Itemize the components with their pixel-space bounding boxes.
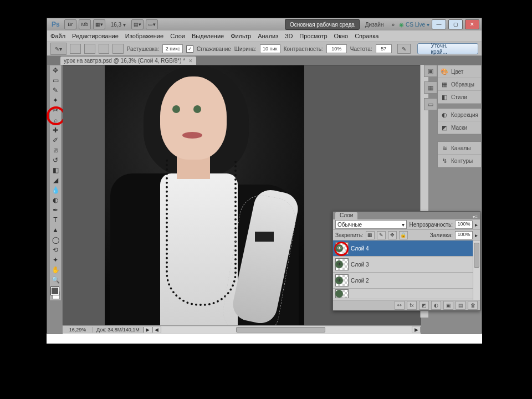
color-swatches[interactable] bbox=[50, 286, 61, 300]
new-layer-button[interactable]: ▤ bbox=[456, 301, 466, 310]
lock-position-button[interactable]: ✥ bbox=[388, 231, 397, 239]
workspace-switcher[interactable]: Основная рабочая среда bbox=[285, 19, 360, 30]
layer-row[interactable]: 👁 Слой 4 bbox=[333, 241, 480, 257]
feather-input[interactable]: 2 пикс bbox=[162, 44, 183, 53]
menu-view[interactable]: Просмотр bbox=[299, 33, 327, 39]
3d-tool[interactable]: ⟲ bbox=[50, 245, 61, 255]
document-tab-close-icon[interactable]: ✕ bbox=[188, 58, 193, 64]
delete-layer-button[interactable]: 🗑 bbox=[468, 301, 478, 310]
stamp-tool[interactable]: ⎚ bbox=[50, 145, 61, 155]
zoom-selector[interactable]: 16,3▾ bbox=[108, 22, 129, 28]
layer-row[interactable]: 👁 Слой 3 bbox=[333, 257, 480, 273]
path-select-tool[interactable]: ▲ bbox=[50, 225, 61, 235]
menu-help[interactable]: Справка bbox=[355, 33, 378, 39]
selection-subtract-button[interactable] bbox=[99, 44, 110, 54]
view-extras-button[interactable]: ▦▾ bbox=[93, 19, 105, 29]
panel-color[interactable]: 🎨Цвет bbox=[438, 65, 481, 78]
design-workspace-label[interactable]: Дизайн bbox=[362, 22, 387, 28]
panel-channels[interactable]: ≋Каналы bbox=[438, 142, 481, 155]
document-info[interactable]: Док: 34,8M/140,1M bbox=[93, 327, 144, 332]
gradient-tool[interactable]: ◢ bbox=[50, 175, 61, 185]
selection-intersect-button[interactable] bbox=[112, 44, 124, 54]
menu-file[interactable]: Файл bbox=[50, 33, 65, 39]
panel-paths[interactable]: ↯Контуры bbox=[438, 155, 481, 167]
eraser-tool[interactable]: ◧ bbox=[50, 165, 61, 175]
panel-menu-icon[interactable]: ▾≡ bbox=[472, 214, 480, 219]
menu-edit[interactable]: Редактирование bbox=[72, 33, 119, 39]
visibility-toggle[interactable]: 👁 bbox=[335, 277, 343, 284]
scroll-left-button[interactable]: ◀ bbox=[152, 327, 161, 332]
screen-mode-button[interactable]: ▭▾ bbox=[146, 19, 158, 29]
menu-3d[interactable]: 3D bbox=[285, 33, 293, 39]
close-button[interactable]: ✕ bbox=[465, 19, 479, 29]
dock-info-icon[interactable]: ▭ bbox=[424, 98, 437, 110]
menu-image[interactable]: Изображение bbox=[125, 33, 163, 39]
crop-tool[interactable]: ✂ bbox=[50, 105, 61, 115]
layer-fx-button[interactable]: fx bbox=[407, 301, 417, 310]
visibility-toggle[interactable]: 👁 bbox=[335, 260, 343, 268]
foreground-swatch[interactable] bbox=[51, 287, 59, 295]
brush-tool[interactable]: ✐ bbox=[50, 135, 61, 145]
lock-pixels-button[interactable]: ✎ bbox=[377, 231, 386, 239]
marquee-tool[interactable]: ▭ bbox=[50, 75, 61, 85]
workspace-expand-icon[interactable]: » bbox=[389, 22, 397, 28]
arrange-button[interactable]: ▤▾ bbox=[131, 19, 144, 29]
quick-select-tool[interactable]: ✦ bbox=[50, 95, 61, 105]
lock-all-button[interactable]: 🔒 bbox=[399, 231, 408, 239]
dodge-tool[interactable]: ◐ bbox=[50, 195, 61, 205]
camera-tool[interactable]: ✦ bbox=[50, 255, 61, 265]
canvas-scrollbar-horizontal[interactable] bbox=[161, 326, 412, 333]
minimize-button[interactable]: — bbox=[432, 19, 446, 29]
shape-tool[interactable]: ◯ bbox=[50, 235, 61, 245]
lasso-tool[interactable]: ✎ bbox=[50, 85, 61, 95]
selection-new-button[interactable] bbox=[70, 44, 81, 54]
pen-pressure-button[interactable]: ✎ bbox=[397, 44, 411, 54]
menu-window[interactable]: Окно bbox=[334, 33, 349, 39]
visibility-toggle[interactable] bbox=[335, 290, 343, 298]
menu-analysis[interactable]: Анализ bbox=[258, 33, 278, 39]
lock-transparency-button[interactable]: ▦ bbox=[366, 231, 375, 239]
history-brush-tool[interactable]: ↺ bbox=[50, 155, 61, 165]
layer-name[interactable]: Слой 3 bbox=[351, 262, 369, 268]
panel-styles[interactable]: ◧Стили bbox=[438, 91, 481, 104]
blur-tool[interactable]: 💧 bbox=[50, 185, 61, 195]
hand-tool[interactable]: ✋ bbox=[50, 265, 61, 275]
frequency-input[interactable]: 57 bbox=[376, 44, 392, 53]
fill-flyout-icon[interactable]: ▸ bbox=[475, 232, 478, 238]
blend-mode-select[interactable]: Обычные▾ bbox=[335, 220, 407, 229]
opacity-flyout-icon[interactable]: ▸ bbox=[475, 222, 478, 228]
move-tool[interactable]: ✥ bbox=[50, 65, 61, 75]
mini-bridge-button[interactable]: Mb bbox=[79, 19, 91, 29]
layer-row[interactable] bbox=[333, 289, 480, 299]
layer-name[interactable]: Слой 2 bbox=[351, 278, 369, 284]
eyedropper-tool[interactable]: ⌕ bbox=[50, 115, 61, 125]
layer-name[interactable]: Слой 4 bbox=[351, 245, 369, 252]
link-layers-button[interactable]: ⚯ bbox=[395, 301, 405, 310]
panel-swatches[interactable]: ▦Образцы bbox=[438, 78, 481, 91]
panel-masks[interactable]: ◩Маски bbox=[438, 121, 481, 134]
dock-actions-icon[interactable]: ▦ bbox=[424, 81, 437, 94]
pen-tool[interactable]: ✒ bbox=[50, 205, 61, 215]
layers-tab[interactable]: Слои bbox=[335, 212, 357, 219]
current-tool-icon[interactable]: ✎▾ bbox=[50, 43, 66, 55]
zoom-status[interactable]: 16,29% bbox=[63, 327, 93, 332]
opacity-input[interactable]: 100% bbox=[455, 221, 473, 229]
fill-input[interactable]: 100% bbox=[455, 231, 473, 239]
doc-info-flyout[interactable]: ▶ bbox=[144, 327, 152, 332]
refine-edge-button[interactable]: Уточн. край... bbox=[417, 43, 478, 54]
selection-add-button[interactable] bbox=[84, 44, 95, 54]
layer-mask-button[interactable]: ◩ bbox=[419, 301, 429, 310]
menu-select[interactable]: Выделение bbox=[192, 33, 224, 39]
healing-tool[interactable]: ✚ bbox=[50, 125, 61, 135]
scroll-right-button[interactable]: ▶ bbox=[412, 327, 421, 332]
menu-layer[interactable]: Слои bbox=[170, 33, 185, 39]
bridge-button[interactable]: Br bbox=[64, 19, 76, 29]
antialias-checkbox[interactable]: ✓ bbox=[186, 45, 193, 53]
menu-filter[interactable]: Фильтр bbox=[231, 33, 251, 39]
panel-adjustments[interactable]: ◐Коррекция bbox=[438, 109, 481, 121]
zoom-tool[interactable]: 🔍 bbox=[50, 275, 61, 285]
adjustment-layer-button[interactable]: ◐ bbox=[431, 301, 441, 310]
contrast-input[interactable]: 10% bbox=[326, 44, 347, 53]
dock-history-icon[interactable]: ▣ bbox=[424, 65, 437, 77]
width-input[interactable]: 10 пик bbox=[260, 44, 280, 53]
